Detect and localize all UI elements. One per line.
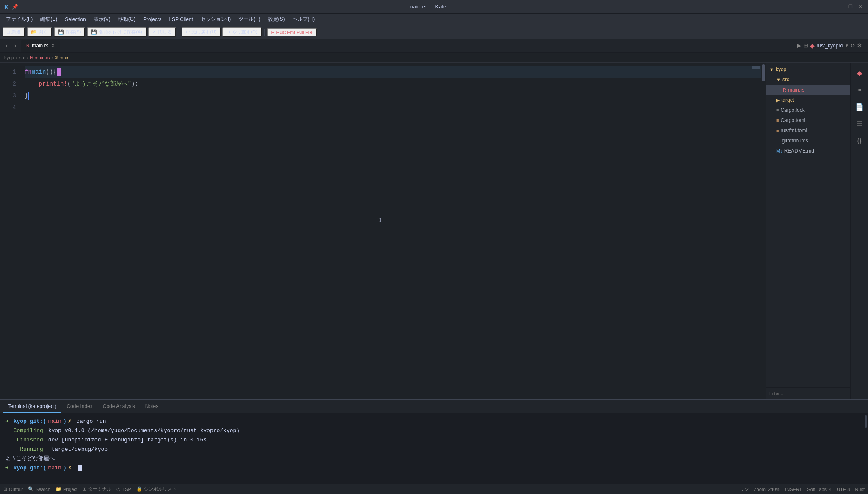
tree-item-src[interactable]: ▼ src	[766, 75, 850, 85]
menu-selection[interactable]: Selection	[61, 16, 89, 23]
breadcrumb-sep2: ›	[27, 55, 29, 60]
rust-icon: R	[783, 87, 786, 92]
rail-icon-files[interactable]: 📄	[853, 100, 866, 114]
project-settings-icon[interactable]: ⚙	[857, 42, 862, 49]
expand-icon[interactable]: ▶	[797, 42, 801, 49]
terminal-keyword-compiling: Compiling	[14, 426, 43, 436]
menu-projects[interactable]: Projects	[140, 16, 165, 23]
toolbar-new-button[interactable]: □ 新規	[3, 27, 25, 37]
menu-tools[interactable]: ツール(T)	[235, 15, 263, 24]
menu-lsp[interactable]: LSP Client	[166, 16, 196, 23]
filter-input[interactable]	[769, 391, 847, 396]
terminal-japanese-output: ようこそどな部屋へ	[5, 454, 55, 463]
panel-content-area: ➜ kyop git:(main) ✗ cargo run Compiling …	[0, 414, 868, 484]
breadcrumb-file[interactable]: R main.rs	[30, 55, 50, 60]
tree-label-src: src	[782, 77, 789, 83]
pin-icon[interactable]: 📌	[12, 4, 18, 10]
line-number-1: 1	[0, 66, 16, 78]
tab-close-button[interactable]: ✕	[51, 43, 55, 48]
menu-move[interactable]: 移動(G)	[115, 15, 139, 24]
toolbar-undo-button[interactable]: ↩ 元に戻す(U)	[182, 27, 221, 37]
menu-view[interactable]: 表示(V)	[90, 15, 114, 24]
project-refresh-icon[interactable]: ↺	[851, 42, 855, 49]
minimize-button[interactable]: —	[837, 3, 843, 10]
status-symbols[interactable]: 🔒 シンボルリスト	[136, 486, 177, 492]
panel-tab-code-analysis[interactable]: Code Analysis	[99, 401, 139, 413]
line-number-3: 3	[0, 90, 16, 102]
file-tree: ▼ kyop ▼ src R main.rs	[766, 63, 850, 387]
terminal-branch-end-2: )	[63, 463, 66, 473]
tree-item-readme[interactable]: M↓ README.md	[766, 146, 850, 156]
git-icon: ≡	[776, 138, 779, 143]
code-line-3: }	[25, 90, 766, 102]
terminal-branch-1: main	[48, 417, 61, 426]
terminal-line-3: Finished dev [unoptimized + debuginfo] t…	[5, 436, 859, 445]
tab-main-rs[interactable]: R main.rs ✕	[21, 40, 60, 52]
split-view-icon[interactable]: ⊞	[804, 42, 808, 49]
menu-edit[interactable]: 編集(E)	[37, 15, 61, 24]
menu-session[interactable]: セッション(I)	[197, 15, 234, 24]
terminal-content[interactable]: ➜ kyop git:(main) ✗ cargo run Compiling …	[0, 414, 864, 484]
status-encoding[interactable]: UTF-8	[837, 487, 850, 492]
status-search[interactable]: 🔍 Search	[28, 486, 50, 492]
statusbar: ⊡ Output 🔍 Search 📁 Project ⊞ ターミナル ◎ LS…	[0, 484, 868, 494]
lock-icon: 🔒	[136, 486, 142, 492]
toolbar-saveas-button[interactable]: 💾 名前を付けて保存(A)	[87, 27, 147, 37]
status-insert-mode[interactable]: INSERT	[785, 487, 802, 492]
menu-file[interactable]: ファイル(F)	[3, 15, 36, 24]
editor-scrollbar[interactable]	[761, 63, 766, 399]
status-output[interactable]: ⊡ Output	[3, 486, 23, 492]
sidebar-filter[interactable]	[766, 387, 850, 399]
terminal-line-5: ようこそどな部屋へ	[5, 454, 859, 463]
terminal-branch-end-1: )	[63, 417, 66, 426]
restore-button[interactable]: ❐	[847, 3, 854, 10]
paren-3: )	[131, 78, 135, 90]
rail-icon-git[interactable]: ◆	[853, 66, 866, 80]
status-lsp[interactable]: ◎ LSP	[116, 486, 131, 492]
breadcrumb-kyop[interactable]: kyop	[4, 55, 14, 60]
toolbar-rustfmt-button[interactable]: R Rust Fmt Full File	[267, 28, 317, 36]
code-editor[interactable]: 1 2 3 4 fn main() { println!("ようこそどな部屋へ"…	[0, 63, 766, 399]
tree-item-target[interactable]: ▶ target	[766, 95, 850, 105]
rail-icon-source[interactable]: ⚭	[853, 83, 866, 97]
tree-item-rustfmt-toml[interactable]: ≡ rustfmt.toml	[766, 125, 850, 136]
tab-back-button[interactable]: ‹	[3, 42, 11, 50]
status-project[interactable]: 📁 Project	[55, 486, 77, 492]
panel-tab-code-index[interactable]: Code Index	[62, 401, 97, 413]
menu-help[interactable]: ヘルプ(H)	[289, 15, 318, 24]
toolbar-save-button[interactable]: 💾 保存(S)	[54, 27, 86, 37]
code-content[interactable]: fn main() { println!("ようこそどな部屋へ"); } I	[21, 63, 766, 399]
menu-settings[interactable]: 設定(S)	[265, 15, 288, 24]
titlebar: K 📌 main.rs — Kate — ❐ ✕	[0, 0, 868, 14]
rail-icon-bookmarks[interactable]: ☰	[853, 117, 866, 130]
close-button[interactable]: ✕	[857, 3, 864, 10]
status-filetype[interactable]: Rust	[855, 487, 865, 492]
tree-item-gitattributes[interactable]: ≡ .gitattributes	[766, 136, 850, 146]
new-icon: □	[7, 30, 10, 35]
status-soft-tabs[interactable]: Soft Tabs: 4	[807, 487, 832, 492]
app-icon: K	[4, 3, 8, 10]
terminal-keyword-running: Running	[20, 445, 43, 454]
toolbar-open-button[interactable]: 📂 開く	[27, 27, 52, 37]
tree-item-main-rs[interactable]: R main.rs	[766, 85, 850, 95]
macro-name: println!	[39, 78, 67, 90]
tree-item-cargo-lock[interactable]: ≡ Cargo.lock	[766, 105, 850, 115]
project-dropdown-icon[interactable]: ▼	[845, 43, 849, 48]
status-zoom[interactable]: Zoom: 240%	[754, 487, 780, 492]
breadcrumb-fn[interactable]: ⊙ main	[55, 55, 69, 60]
breadcrumb-src[interactable]: src	[19, 55, 25, 60]
tree-item-kyop[interactable]: ▼ kyop	[766, 64, 850, 75]
status-cursor-position[interactable]: 3:2	[742, 487, 749, 492]
saveas-icon: 💾	[91, 29, 97, 35]
bottom-panel: Terminal (kateproject) Code Index Code A…	[0, 399, 868, 484]
rail-icon-code[interactable]: {}	[853, 134, 866, 147]
panel-tab-notes[interactable]: Notes	[141, 401, 163, 413]
tree-item-cargo-toml[interactable]: ≡ Cargo.toml	[766, 115, 850, 125]
toolbar-close-button[interactable]: ✕ 閉じる	[148, 27, 176, 37]
terminal-scrollbar[interactable]	[864, 414, 868, 484]
panel-tab-terminal[interactable]: Terminal (kateproject)	[3, 401, 61, 413]
tab-forward-button[interactable]: ›	[11, 42, 19, 50]
main-layout: ‹ › R main.rs ✕ ▶ ⊞ ◆ rust_kyopro ▼ ↺ ⚙ …	[0, 39, 868, 494]
status-terminal[interactable]: ⊞ ターミナル	[83, 486, 111, 492]
toolbar-redo-button[interactable]: ↪ やり直す(D)	[222, 27, 261, 37]
